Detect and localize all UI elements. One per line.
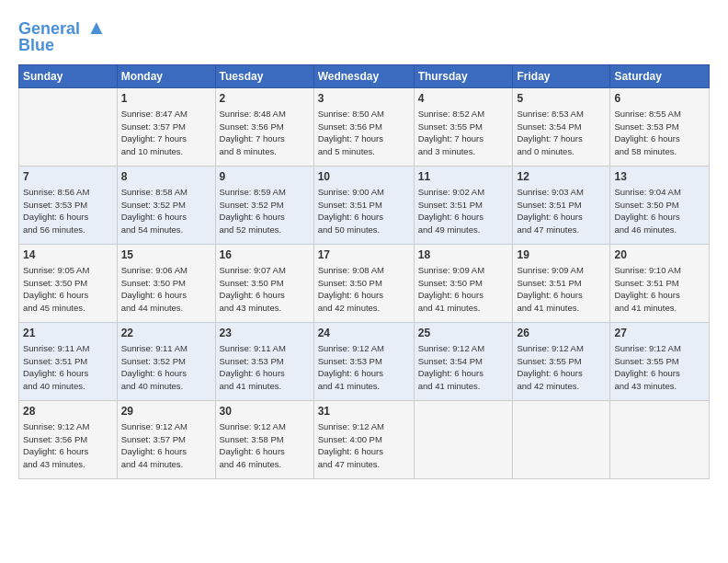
day-number: 28 xyxy=(23,404,113,419)
weekday-row: SundayMondayTuesdayWednesdayThursdayFrid… xyxy=(19,64,710,87)
day-number: 14 xyxy=(23,247,113,263)
week-row-5: 28Sunrise: 9:12 AMSunset: 3:56 PMDayligh… xyxy=(19,400,710,478)
day-number: 30 xyxy=(220,404,310,419)
day-number: 1 xyxy=(121,91,211,107)
logo-bird-icon: ▲ xyxy=(86,16,107,39)
calendar-cell: 17Sunrise: 9:08 AMSunset: 3:50 PMDayligh… xyxy=(313,244,414,322)
calendar-cell: 9Sunrise: 8:59 AMSunset: 3:52 PMDaylight… xyxy=(215,166,313,244)
day-info: Sunrise: 9:12 AMSunset: 3:57 PMDaylight:… xyxy=(121,420,211,471)
calendar-cell: 19Sunrise: 9:09 AMSunset: 3:51 PMDayligh… xyxy=(513,244,610,322)
day-info: Sunrise: 9:12 AMSunset: 3:58 PMDaylight:… xyxy=(220,420,310,471)
calendar-cell: 6Sunrise: 8:55 AMSunset: 3:53 PMDaylight… xyxy=(610,87,710,166)
day-info: Sunrise: 9:04 AMSunset: 3:50 PMDaylight:… xyxy=(614,186,705,236)
calendar-cell: 21Sunrise: 9:11 AMSunset: 3:51 PMDayligh… xyxy=(19,322,118,400)
calendar-cell: 5Sunrise: 8:53 AMSunset: 3:54 PMDaylight… xyxy=(513,87,610,166)
day-number: 4 xyxy=(418,91,509,107)
day-info: Sunrise: 8:50 AMSunset: 3:56 PMDaylight:… xyxy=(318,108,410,158)
day-info: Sunrise: 8:59 AMSunset: 3:52 PMDaylight:… xyxy=(220,186,310,236)
day-info: Sunrise: 8:48 AMSunset: 3:56 PMDaylight:… xyxy=(220,108,310,158)
calendar-cell xyxy=(414,400,513,478)
day-info: Sunrise: 9:11 AMSunset: 3:53 PMDaylight:… xyxy=(220,342,310,393)
day-info: Sunrise: 9:07 AMSunset: 3:50 PMDaylight:… xyxy=(220,264,310,315)
calendar-cell: 18Sunrise: 9:09 AMSunset: 3:50 PMDayligh… xyxy=(414,244,513,322)
day-number: 6 xyxy=(614,91,705,107)
calendar-cell: 4Sunrise: 8:52 AMSunset: 3:55 PMDaylight… xyxy=(414,87,513,166)
day-info: Sunrise: 9:00 AMSunset: 3:51 PMDaylight:… xyxy=(318,186,410,236)
calendar-cell: 25Sunrise: 9:12 AMSunset: 3:54 PMDayligh… xyxy=(414,322,513,400)
day-number: 19 xyxy=(517,247,606,263)
day-number: 25 xyxy=(418,326,509,341)
calendar-cell: 27Sunrise: 9:12 AMSunset: 3:55 PMDayligh… xyxy=(610,322,710,400)
calendar-cell: 22Sunrise: 9:11 AMSunset: 3:52 PMDayligh… xyxy=(117,322,215,400)
logo-general: General xyxy=(18,19,80,38)
week-row-3: 14Sunrise: 9:05 AMSunset: 3:50 PMDayligh… xyxy=(19,244,710,322)
logo-blue: Blue xyxy=(18,37,107,55)
calendar-cell: 26Sunrise: 9:12 AMSunset: 3:55 PMDayligh… xyxy=(513,322,610,400)
day-info: Sunrise: 9:10 AMSunset: 3:51 PMDaylight:… xyxy=(614,264,705,315)
day-info: Sunrise: 9:02 AMSunset: 3:51 PMDaylight:… xyxy=(418,186,509,236)
logo: General ▲ Blue xyxy=(18,17,107,55)
calendar-cell: 28Sunrise: 9:12 AMSunset: 3:56 PMDayligh… xyxy=(19,400,118,478)
weekday-header-wednesday: Wednesday xyxy=(313,64,414,87)
week-row-1: 1Sunrise: 8:47 AMSunset: 3:57 PMDaylight… xyxy=(19,87,710,166)
calendar-table: SundayMondayTuesdayWednesdayThursdayFrid… xyxy=(18,64,710,479)
header: General ▲ Blue xyxy=(18,17,710,55)
calendar-cell: 10Sunrise: 9:00 AMSunset: 3:51 PMDayligh… xyxy=(313,166,414,244)
day-info: Sunrise: 9:03 AMSunset: 3:51 PMDaylight:… xyxy=(517,186,606,236)
day-info: Sunrise: 8:47 AMSunset: 3:57 PMDaylight:… xyxy=(121,108,211,158)
calendar-cell: 29Sunrise: 9:12 AMSunset: 3:57 PMDayligh… xyxy=(117,400,215,478)
day-number: 29 xyxy=(121,404,211,419)
calendar-cell: 15Sunrise: 9:06 AMSunset: 3:50 PMDayligh… xyxy=(117,244,215,322)
weekday-header-friday: Friday xyxy=(513,64,610,87)
day-info: Sunrise: 9:12 AMSunset: 3:55 PMDaylight:… xyxy=(517,342,606,393)
calendar-cell: 8Sunrise: 8:58 AMSunset: 3:52 PMDaylight… xyxy=(117,166,215,244)
calendar-cell: 2Sunrise: 8:48 AMSunset: 3:56 PMDaylight… xyxy=(215,87,313,166)
day-number: 22 xyxy=(121,326,211,341)
day-number: 2 xyxy=(220,91,310,107)
calendar-cell: 12Sunrise: 9:03 AMSunset: 3:51 PMDayligh… xyxy=(513,166,610,244)
calendar-cell: 11Sunrise: 9:02 AMSunset: 3:51 PMDayligh… xyxy=(414,166,513,244)
calendar-cell: 1Sunrise: 8:47 AMSunset: 3:57 PMDaylight… xyxy=(117,87,215,166)
week-row-2: 7Sunrise: 8:56 AMSunset: 3:53 PMDaylight… xyxy=(19,166,710,244)
calendar-cell: 20Sunrise: 9:10 AMSunset: 3:51 PMDayligh… xyxy=(610,244,710,322)
day-info: Sunrise: 8:58 AMSunset: 3:52 PMDaylight:… xyxy=(121,186,211,236)
day-info: Sunrise: 9:12 AMSunset: 4:00 PMDaylight:… xyxy=(318,420,410,471)
weekday-header-monday: Monday xyxy=(117,64,215,87)
day-info: Sunrise: 9:12 AMSunset: 3:53 PMDaylight:… xyxy=(318,342,410,393)
calendar-cell: 24Sunrise: 9:12 AMSunset: 3:53 PMDayligh… xyxy=(313,322,414,400)
day-number: 7 xyxy=(23,169,113,185)
day-number: 31 xyxy=(318,404,410,419)
calendar-cell xyxy=(610,400,710,478)
day-number: 18 xyxy=(418,247,509,263)
calendar-cell: 3Sunrise: 8:50 AMSunset: 3:56 PMDaylight… xyxy=(313,87,414,166)
calendar-cell: 23Sunrise: 9:11 AMSunset: 3:53 PMDayligh… xyxy=(215,322,313,400)
day-info: Sunrise: 8:55 AMSunset: 3:53 PMDaylight:… xyxy=(614,108,705,158)
day-number: 20 xyxy=(614,247,705,263)
day-number: 13 xyxy=(614,169,705,185)
day-number: 3 xyxy=(318,91,410,107)
day-info: Sunrise: 9:09 AMSunset: 3:51 PMDaylight:… xyxy=(517,264,606,315)
day-number: 11 xyxy=(418,169,509,185)
day-number: 15 xyxy=(121,247,211,263)
day-number: 8 xyxy=(121,169,211,185)
day-number: 21 xyxy=(23,326,113,341)
day-info: Sunrise: 9:09 AMSunset: 3:50 PMDaylight:… xyxy=(418,264,509,315)
calendar-cell: 30Sunrise: 9:12 AMSunset: 3:58 PMDayligh… xyxy=(215,400,313,478)
day-info: Sunrise: 9:11 AMSunset: 3:51 PMDaylight:… xyxy=(23,342,113,393)
day-info: Sunrise: 9:12 AMSunset: 3:55 PMDaylight:… xyxy=(614,342,705,393)
calendar-cell xyxy=(513,400,610,478)
day-number: 27 xyxy=(614,326,705,341)
day-number: 10 xyxy=(318,169,410,185)
calendar-cell: 16Sunrise: 9:07 AMSunset: 3:50 PMDayligh… xyxy=(215,244,313,322)
day-info: Sunrise: 8:56 AMSunset: 3:53 PMDaylight:… xyxy=(23,186,113,236)
week-row-4: 21Sunrise: 9:11 AMSunset: 3:51 PMDayligh… xyxy=(19,322,710,400)
day-number: 24 xyxy=(318,326,410,341)
day-number: 17 xyxy=(318,247,410,263)
day-info: Sunrise: 9:08 AMSunset: 3:50 PMDaylight:… xyxy=(318,264,410,315)
weekday-header-thursday: Thursday xyxy=(414,64,513,87)
calendar-cell: 14Sunrise: 9:05 AMSunset: 3:50 PMDayligh… xyxy=(19,244,118,322)
day-info: Sunrise: 9:05 AMSunset: 3:50 PMDaylight:… xyxy=(23,264,113,315)
day-info: Sunrise: 8:53 AMSunset: 3:54 PMDaylight:… xyxy=(517,108,606,158)
day-number: 9 xyxy=(220,169,310,185)
day-info: Sunrise: 9:11 AMSunset: 3:52 PMDaylight:… xyxy=(121,342,211,393)
